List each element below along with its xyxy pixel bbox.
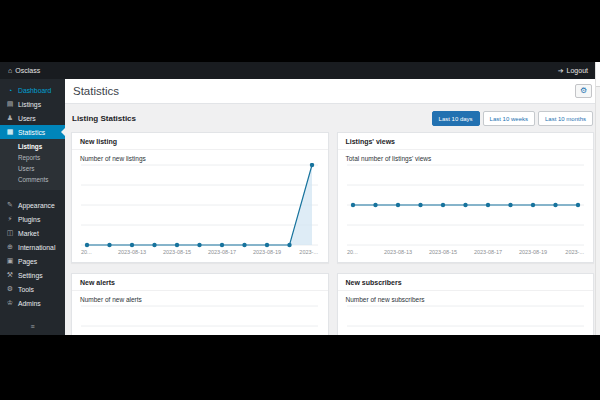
page-header: Statistics ⚙: [65, 79, 600, 104]
sidebar-item-dashboard[interactable]: ◔Dashboard: [0, 83, 65, 97]
sidebar-item-plugins[interactable]: ⚡Plugins: [0, 212, 65, 226]
svg-text:2023-08-13: 2023-08-13: [384, 249, 412, 255]
svg-text:20...: 20...: [81, 249, 92, 255]
sidebar-item-label: Admins: [18, 300, 41, 307]
card-subtitle: Total number of listings' views: [338, 150, 594, 163]
filter-button-last-10-months[interactable]: Last 10 months: [538, 111, 593, 126]
gear-icon: ⚙: [580, 86, 587, 95]
sidebar-item-label: Listings: [18, 101, 41, 108]
stat-card-listings-views: Listings' views Total number of listings…: [337, 132, 595, 263]
brand-home-link[interactable]: ⌂ Osclass: [8, 67, 40, 74]
admin-sidebar: ◔Dashboard▤Listings♟Users▦StatisticsList…: [0, 79, 65, 335]
sidebar-item-label: Pages: [18, 258, 37, 265]
sidebar-item-label: Settings: [18, 272, 43, 279]
collapse-menu-button[interactable]: ≡: [0, 322, 65, 332]
admin-app: ⌂ Osclass ➔ Logout ◔Dashboard▤Listings♟U…: [0, 62, 600, 335]
market-icon: ◫: [6, 229, 14, 237]
svg-text:2023-08-17: 2023-08-17: [208, 249, 236, 255]
svg-text:2023-...: 2023-...: [565, 249, 584, 255]
sidebar-item-pages[interactable]: ▣Pages: [0, 254, 65, 268]
sidebar-subitem-comments[interactable]: Comments: [0, 174, 65, 185]
vertical-scrollbar[interactable]: [595, 62, 600, 335]
card-subtitle: Number of new alerts: [72, 291, 328, 304]
sidebar-item-market[interactable]: ◫Market: [0, 226, 65, 240]
current-item-arrow: [57, 128, 65, 136]
stat-cards-grid: New listing Number of new listings 20...…: [71, 132, 594, 335]
users-icon: ♟: [6, 114, 14, 122]
pages-icon: ▣: [6, 257, 14, 265]
sidebar-item-label: Statistics: [18, 129, 45, 136]
section-title: Listing Statistics: [72, 114, 136, 123]
settings-icon: ⚒: [6, 271, 14, 279]
svg-text:2023-08-15: 2023-08-15: [163, 249, 191, 255]
sidebar-subitem-listings[interactable]: Listings: [0, 141, 65, 152]
svg-text:2023-08-15: 2023-08-15: [429, 249, 457, 255]
admins-icon: ♔: [6, 299, 14, 307]
home-icon: ⌂: [8, 67, 12, 74]
sidebar-item-statistics[interactable]: ▦Statistics: [0, 125, 65, 139]
international-icon: ⊕: [6, 243, 14, 251]
brand-label: Osclass: [15, 67, 40, 74]
sidebar-item-tools[interactable]: ⚙Tools: [0, 282, 65, 296]
sidebar-item-listings[interactable]: ▤Listings: [0, 97, 65, 111]
logout-label: Logout: [567, 67, 588, 74]
svg-text:2023-08-19: 2023-08-19: [519, 249, 547, 255]
sidebar-item-admins[interactable]: ♔Admins: [0, 296, 65, 310]
listings-views-chart: 20...2023-08-132023-08-152023-08-172023-…: [345, 163, 586, 259]
svg-text:2023-08-17: 2023-08-17: [474, 249, 502, 255]
stat-card-new-listing: New listing Number of new listings 20...…: [71, 132, 329, 263]
card-title: New listing: [72, 133, 328, 150]
frame-row: ◔Dashboard▤Listings♟Users▦StatisticsList…: [0, 79, 600, 335]
listings-icon: ▤: [6, 100, 14, 108]
content: Listing Statistics Last 10 daysLast 10 w…: [65, 104, 600, 335]
sidebar-item-international[interactable]: ⊕International: [0, 240, 65, 254]
stat-card-new-alerts: New alerts Number of new alerts: [71, 273, 329, 335]
logout-icon: ➔: [558, 67, 564, 75]
screen: ⌂ Osclass ➔ Logout ◔Dashboard▤Listings♟U…: [0, 0, 600, 400]
sidebar-item-label: Users: [18, 115, 36, 122]
scrollbar-thumb[interactable]: [596, 62, 600, 87]
screen-options-button[interactable]: ⚙: [575, 84, 592, 98]
sidebar-item-users[interactable]: ♟Users: [0, 111, 65, 125]
svg-text:2023-08-19: 2023-08-19: [253, 249, 281, 255]
card-title: New alerts: [72, 274, 328, 291]
admin-topbar: ⌂ Osclass ➔ Logout: [0, 62, 600, 79]
sidebar-item-appearance[interactable]: ✎Appearance: [0, 198, 65, 212]
filter-button-last-10-weeks[interactable]: Last 10 weeks: [483, 111, 535, 126]
sidebar-item-label: Market: [18, 230, 39, 237]
svg-text:2023-...: 2023-...: [300, 249, 319, 255]
time-range-filters: Last 10 daysLast 10 weeksLast 10 months: [432, 111, 593, 126]
plugins-icon: ⚡: [6, 215, 14, 223]
card-title: Listings' views: [338, 133, 594, 150]
new-subscribers-chart: [345, 304, 586, 335]
card-title: New subscribers: [338, 274, 594, 291]
card-subtitle: Number of new listings: [72, 150, 328, 163]
new-alerts-chart: [79, 304, 320, 335]
card-subtitle: Number of new subscribers: [338, 291, 594, 304]
tools-icon: ⚙: [6, 285, 14, 293]
sidebar-item-label: Tools: [18, 286, 34, 293]
svg-text:2023-08-13: 2023-08-13: [118, 249, 146, 255]
svg-text:20...: 20...: [347, 249, 358, 255]
filter-button-last-10-days[interactable]: Last 10 days: [432, 111, 480, 126]
statistics-icon: ▦: [6, 128, 14, 136]
stat-card-new-subscribers: New subscribers Number of new subscriber…: [337, 273, 595, 335]
sidebar-item-settings[interactable]: ⚒Settings: [0, 268, 65, 282]
appearance-icon: ✎: [6, 201, 14, 209]
main-area: Statistics ⚙ Listing Statistics Last 10 …: [65, 79, 600, 335]
sidebar-item-label: Plugins: [18, 216, 40, 223]
menu-icon: ≡: [30, 323, 34, 330]
sidebar-item-label: Appearance: [18, 202, 55, 209]
sidebar-subitem-users[interactable]: Users: [0, 163, 65, 174]
page-title: Statistics: [73, 85, 119, 97]
sidebar-subitem-reports[interactable]: Reports: [0, 152, 65, 163]
dashboard-icon: ◔: [6, 87, 14, 94]
sidebar-item-label: Dashboard: [18, 87, 51, 94]
section-row: Listing Statistics Last 10 daysLast 10 w…: [72, 111, 593, 126]
logout-button[interactable]: ➔ Logout: [558, 67, 588, 75]
statistics-submenu: ListingsReportsUsersComments: [0, 139, 65, 190]
sidebar-item-label: International: [18, 244, 55, 251]
new-listing-chart: 20...2023-08-132023-08-152023-08-172023-…: [79, 163, 320, 259]
